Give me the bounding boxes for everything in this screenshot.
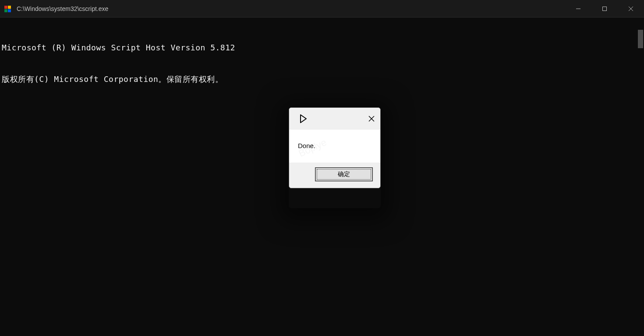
dialog-message: Done. [298, 142, 372, 149]
dialog-app-icon [297, 113, 308, 124]
maximize-button[interactable] [591, 0, 618, 17]
console-line-2: 版权所有(C) Microsoft Corporation。保留所有权利。 [2, 74, 642, 85]
title-bar: C:\Windows\system32\cscript.exe [0, 0, 644, 18]
dialog-body: Done. [289, 130, 380, 163]
close-button[interactable] [618, 0, 644, 17]
dialog-footer: 确定 [289, 163, 380, 188]
svg-rect-0 [4, 6, 7, 9]
minimize-button[interactable] [565, 0, 591, 17]
dialog-close-button[interactable] [367, 114, 376, 123]
console-line-1: Microsoft (R) Windows Script Host Versio… [2, 42, 642, 53]
message-dialog: Done. 确定 [289, 107, 381, 188]
svg-rect-1 [8, 6, 11, 9]
svg-rect-2 [4, 9, 7, 12]
ok-button[interactable]: 确定 [315, 168, 372, 181]
window-title: C:\Windows\system32\cscript.exe [17, 5, 565, 12]
svg-rect-5 [603, 7, 607, 11]
dialog-titlebar [289, 108, 380, 130]
app-icon [4, 4, 12, 13]
window-controls [565, 0, 644, 17]
scrollbar-thumb[interactable] [638, 30, 643, 48]
svg-rect-3 [8, 9, 11, 12]
